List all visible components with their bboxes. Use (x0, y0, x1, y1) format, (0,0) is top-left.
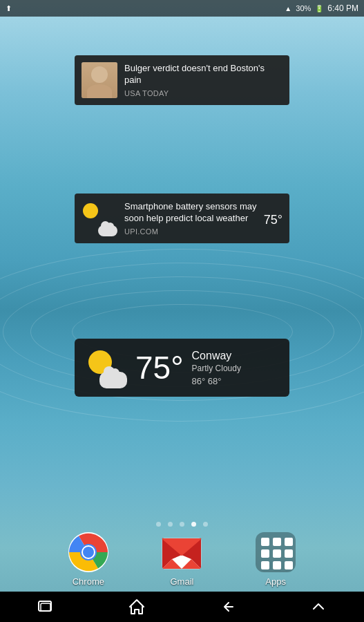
nav-bar (0, 592, 364, 622)
news-thumbnail-2 (82, 200, 117, 236)
apps-label: Apps (265, 576, 286, 587)
dock: Chrome Gmail (0, 527, 364, 592)
page-dots (0, 522, 364, 527)
gmail-icon (162, 534, 202, 570)
gmail-icon-container (162, 532, 202, 572)
battery-icon: 🔋 (315, 5, 323, 12)
weather-details: Conway Partly Cloudy 86° 68° (192, 350, 278, 386)
back-icon (219, 599, 236, 615)
up-icon (310, 599, 327, 615)
weather-city: Conway (192, 350, 278, 362)
news-source-1: USA TODAY (124, 89, 282, 97)
weather-widget[interactable]: 75° Conway Partly Cloudy 86° 68° (75, 339, 289, 397)
up-button[interactable] (298, 592, 339, 622)
page-dot-2[interactable] (180, 522, 184, 527)
battery-text: 30% (296, 4, 311, 12)
home-icon (128, 599, 145, 615)
page-dot-4[interactable] (203, 522, 208, 527)
chrome-icon (68, 532, 108, 572)
gmail-label: Gmail (171, 576, 194, 587)
news-thumbnail-1 (82, 62, 117, 98)
signal-icon: ▲ (285, 5, 291, 12)
back-button[interactable] (207, 592, 248, 622)
recents-button[interactable] (25, 592, 66, 622)
chrome-icon-container (68, 532, 108, 572)
weather-high: 86° (192, 376, 208, 386)
page-dot-3[interactable] (191, 522, 196, 527)
app-chrome[interactable]: Chrome (68, 532, 108, 587)
svg-rect-10 (41, 603, 50, 611)
page-dot-1[interactable] (168, 522, 173, 527)
app-apps[interactable]: Apps (256, 532, 296, 587)
apps-icon-container (256, 532, 296, 572)
news-temp-2: 75° (264, 213, 282, 227)
usb-icon: ⬆ (6, 4, 12, 13)
weather-icon (86, 347, 127, 388)
news-card-2[interactable]: Smartphone battery sensors may soon help… (75, 194, 289, 243)
weather-temp: 75° (135, 352, 184, 384)
svg-point-3 (83, 547, 94, 558)
home-button[interactable] (116, 592, 157, 622)
weather-hilo: 86° 68° (192, 376, 278, 386)
recents-icon (37, 600, 54, 614)
svg-marker-11 (130, 600, 144, 614)
news-text-1: Bulger verdict doesn't end Boston's pain… (124, 63, 282, 97)
news-text-2: Smartphone battery sensors may soon help… (124, 201, 257, 236)
weather-low: 68° (208, 376, 222, 386)
status-bar: ⬆ ▲ 30% 🔋 6:40 PM (0, 0, 364, 17)
weather-condition: Partly Cloudy (192, 364, 278, 373)
chrome-label: Chrome (73, 576, 104, 587)
status-right: ▲ 30% 🔋 6:40 PM (285, 3, 358, 13)
news-source-2: UPI.com (124, 227, 257, 236)
time: 6:40 PM (327, 3, 358, 13)
news-card-1[interactable]: Bulger verdict doesn't end Boston's pain… (75, 55, 289, 105)
news-title-1: Bulger verdict doesn't end Boston's pain (124, 63, 282, 86)
apps-grid-icon (256, 532, 296, 572)
news-title-2: Smartphone battery sensors may soon help… (124, 201, 257, 225)
status-left: ⬆ (6, 4, 12, 13)
app-gmail[interactable]: Gmail (162, 532, 202, 587)
page-dot-0[interactable] (156, 522, 161, 527)
